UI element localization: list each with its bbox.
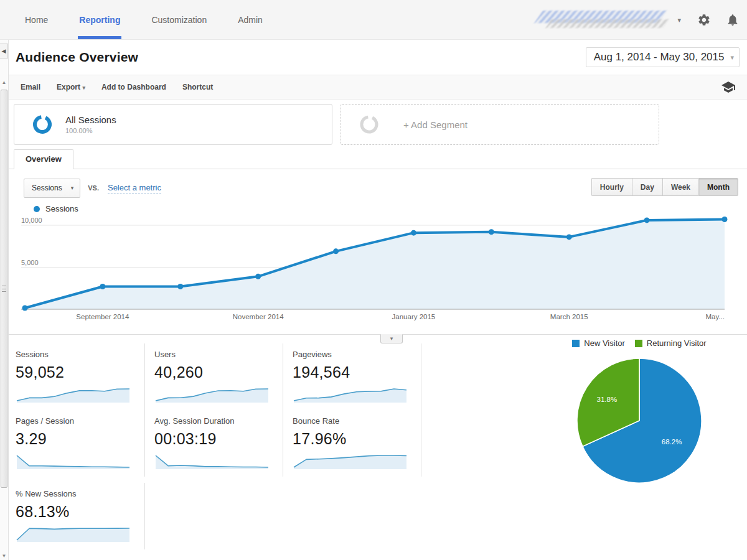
segment-donut-icon (32, 114, 53, 135)
metric-value: 17.96% (293, 430, 421, 448)
svg-text:May...: May... (706, 313, 725, 320)
left-scroll-strip: ◀ ▲ ▼ (0, 40, 9, 560)
annotations-pull-tab[interactable]: ▾ (380, 334, 403, 343)
visitor-type-pie-chart[interactable]: 68.2%31.8% (574, 355, 705, 486)
granularity-button-group: Hourly Day Week Month (591, 178, 738, 196)
segment-all-sessions[interactable]: All Sessions 100.00% (14, 104, 332, 145)
metric-card-avg-session-duration[interactable]: Avg. Session Duration 00:03:19 (145, 410, 283, 477)
metric-value: 3.29 (16, 430, 144, 448)
metric-sparkline (154, 453, 270, 469)
metric-sparkline (293, 386, 408, 403)
shortcut-button[interactable]: Shortcut (182, 83, 213, 91)
metric-label: Avg. Session Duration (154, 416, 283, 426)
export-button[interactable]: Export ▾ (57, 83, 85, 91)
account-dropdown-caret-icon[interactable]: ▾ (677, 16, 681, 24)
select-a-metric-link[interactable]: Select a metric (108, 183, 161, 194)
svg-text:November 2014: November 2014 (233, 313, 284, 320)
legend-item-returning-visitor[interactable]: Returning Visitor (635, 338, 707, 348)
add-segment-donut-icon (359, 114, 380, 135)
nav-item-reporting[interactable]: Reporting (79, 0, 120, 39)
sessions-legend-label: Sessions (45, 204, 78, 213)
add-segment-button[interactable]: + Add Segment (341, 104, 659, 145)
sessions-line-chart[interactable]: 5,00010,000September 2014November 2014Ja… (20, 216, 736, 327)
metric-value: 59,052 (16, 363, 144, 381)
legend-item-new-visitor[interactable]: New Visitor (572, 338, 625, 348)
report-action-bar: Email Export ▾ Add to Dashboard Shortcut (9, 75, 747, 100)
page-title: Audience Overview (16, 50, 138, 65)
metric-card-sessions[interactable]: Sessions 59,052 (16, 343, 145, 410)
metric-card-pageviews[interactable]: Pageviews 194,564 (283, 343, 421, 410)
date-range-selector[interactable]: Aug 1, 2014 - May 30, 2015 ▾ (586, 47, 740, 67)
svg-text:January 2015: January 2015 (392, 313, 436, 320)
add-to-dashboard-button[interactable]: Add to Dashboard (101, 83, 166, 91)
scrollbar-thumb[interactable] (1, 90, 7, 488)
svg-text:5,000: 5,000 (21, 259, 39, 266)
returning-visitor-swatch-icon (635, 340, 642, 347)
metric-dropdown-value: Sessions (32, 184, 62, 192)
segment-percent: 100.00% (65, 127, 116, 134)
segment-name: All Sessions (65, 114, 116, 125)
date-range-text: Aug 1, 2014 - May 30, 2015 (594, 51, 725, 63)
metric-dropdown[interactable]: Sessions ▾ (24, 179, 80, 198)
visitor-type-pie-block: New Visitor Returning Visitor 68.2%31.8% (537, 338, 742, 486)
sessions-legend-dot-icon (34, 206, 40, 212)
metric-label: Bounce Rate (293, 416, 421, 426)
pie-legend: New Visitor Returning Visitor (537, 338, 742, 348)
svg-text:68.2%: 68.2% (662, 438, 682, 446)
account-name-redacted[interactable] (538, 9, 672, 30)
date-range-caret-icon: ▾ (730, 54, 734, 62)
intelligence-events-icon[interactable] (721, 80, 736, 95)
report-tab-bar: Overview (9, 149, 747, 169)
svg-text:10,000: 10,000 (21, 217, 42, 224)
metric-label: Pageviews (293, 350, 421, 359)
metric-card-pages-per-session[interactable]: Pages / Session 3.29 (16, 410, 145, 477)
granularity-day-button[interactable]: Day (632, 178, 662, 196)
sidebar-collapse-button[interactable]: ◀ (0, 44, 8, 58)
metric-sparkline (293, 453, 408, 469)
metric-card-new-sessions[interactable]: % New Sessions 68.13% (16, 483, 145, 549)
settings-gear-icon[interactable] (697, 13, 711, 27)
tab-overview[interactable]: Overview (14, 149, 73, 169)
chart-legend: Sessions (34, 204, 747, 213)
metric-sparkline (16, 453, 131, 469)
metric-sparkline (16, 526, 131, 542)
notifications-bell-icon[interactable] (726, 13, 740, 27)
metric-sparkline (154, 386, 270, 403)
chart-controls: Sessions ▾ VS. Select a metric Hourly Da… (9, 169, 747, 198)
nav-item-home[interactable]: Home (25, 0, 48, 39)
metric-card-bounce-rate[interactable]: Bounce Rate 17.96% (283, 410, 421, 477)
metric-card-users[interactable]: Users 40,260 (145, 343, 283, 410)
svg-text:31.8%: 31.8% (597, 396, 618, 403)
granularity-hourly-button[interactable]: Hourly (591, 178, 632, 196)
metric-label: Pages / Session (16, 416, 144, 426)
nav-item-admin[interactable]: Admin (238, 0, 263, 39)
scrollbar-grip-icon (2, 286, 6, 292)
new-visitor-swatch-icon (572, 340, 580, 347)
export-caret-icon: ▾ (82, 85, 85, 91)
add-segment-label: + Add Segment (403, 119, 467, 130)
svg-text:September 2014: September 2014 (76, 313, 129, 320)
scroll-down-button[interactable]: ▼ (0, 553, 8, 559)
primary-nav: Home Reporting Customization Admin (25, 0, 294, 39)
legend-label: New Visitor (584, 338, 625, 348)
metrics-summary: Sessions 59,052 Users 40,260 Pageviews 1… (9, 335, 747, 549)
metric-label: % New Sessions (16, 489, 144, 498)
metric-sparkline (16, 386, 131, 403)
page-header: Audience Overview Aug 1, 2014 - May 30, … (9, 40, 747, 75)
granularity-month-button[interactable]: Month (698, 178, 738, 196)
metric-value: 194,564 (293, 363, 421, 381)
metric-dropdown-caret-icon: ▾ (71, 185, 74, 191)
svg-text:March 2015: March 2015 (550, 313, 588, 320)
legend-label: Returning Visitor (647, 338, 707, 348)
overview-chart-panel: Sessions ▾ VS. Select a metric Hourly Da… (9, 169, 747, 335)
metric-label: Users (154, 350, 283, 359)
email-button[interactable]: Email (21, 83, 40, 91)
segments-row: All Sessions 100.00% + Add Segment (9, 100, 747, 149)
granularity-week-button[interactable]: Week (662, 178, 698, 196)
top-nav: Home Reporting Customization Admin ▾ (0, 0, 747, 40)
metric-value: 00:03:19 (154, 430, 283, 448)
scroll-up-button[interactable]: ▲ (0, 80, 8, 85)
metric-value: 68.13% (16, 503, 144, 521)
nav-item-customization[interactable]: Customization (151, 0, 207, 39)
metric-value: 40,260 (154, 363, 283, 381)
